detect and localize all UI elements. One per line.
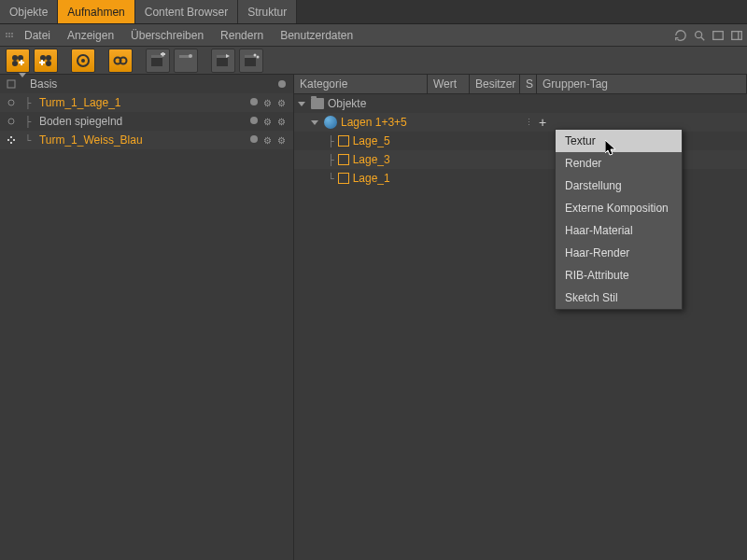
add-tag-button[interactable]: + [539, 115, 546, 130]
dot-icon [278, 80, 286, 88]
visibility-icon[interactable] [4, 135, 19, 145]
gear-icon[interactable]: ⚙ [263, 117, 272, 127]
svg-rect-23 [179, 58, 190, 66]
svg-rect-37 [13, 139, 15, 141]
menu-anzeigen[interactable]: Anzeigen [60, 26, 121, 45]
tree-item[interactable]: ├ Boden spiegelnd ⚙⚙ [0, 112, 293, 131]
ctx-haar-render[interactable]: Haar-Render [556, 242, 682, 264]
col-gruppen-tag[interactable]: Gruppen-Tag [537, 75, 747, 93]
loop-icon[interactable] [674, 29, 687, 42]
target-button[interactable] [71, 49, 95, 73]
gear-icon[interactable]: ⚙ [277, 117, 286, 127]
svg-point-30 [254, 53, 257, 56]
top-tabs: Objekte Aufnahmen Content Browser Strukt… [0, 0, 747, 24]
tree-item[interactable]: ├ Turm_1_Lage_1 ⚙⚙ [0, 93, 293, 112]
svg-rect-22 [162, 52, 164, 57]
svg-rect-36 [10, 136, 12, 138]
tab-objekte[interactable]: Objekte [0, 0, 58, 23]
branch-icon: ├ [19, 97, 37, 109]
grip-icon [4, 31, 15, 39]
category-root[interactable]: Objekte [294, 94, 747, 113]
layer-icon [338, 154, 349, 165]
svg-point-11 [46, 55, 51, 61]
category-label: Lage_5 [353, 134, 390, 147]
tab-struktur[interactable]: Struktur [238, 0, 297, 23]
panel-icon[interactable] [730, 29, 743, 42]
col-s[interactable]: S [520, 75, 537, 93]
svg-point-31 [257, 55, 260, 58]
clap-arrow-button[interactable] [211, 49, 235, 73]
svg-rect-19 [151, 58, 162, 66]
gear-icon[interactable]: ⚙ [263, 98, 272, 108]
svg-point-25 [189, 54, 192, 58]
svg-rect-26 [217, 58, 228, 66]
take-add-right-button[interactable] [34, 49, 58, 73]
tree-item[interactable]: └ Turm_1_Weiss_Blau ⚙⚙ [0, 131, 293, 149]
ctx-render[interactable]: Render [556, 152, 682, 175]
folder-icon [311, 98, 324, 109]
tab-content-browser[interactable]: Content Browser [135, 0, 238, 23]
svg-rect-3 [732, 31, 742, 39]
link-button[interactable] [108, 49, 133, 73]
dot-icon [250, 117, 258, 124]
category-label: Lagen 1+3+5 [341, 116, 407, 129]
toolbar [0, 47, 747, 75]
tab-aufnahmen[interactable]: Aufnahmen [58, 0, 134, 23]
visibility-icon[interactable] [4, 79, 19, 89]
search-icon[interactable] [693, 29, 706, 42]
ctx-darstellung[interactable]: Darstellung [556, 175, 682, 197]
menu-datei[interactable]: Datei [17, 26, 58, 45]
svg-point-33 [8, 100, 14, 105]
clap-multi-button[interactable] [239, 49, 263, 73]
col-kategorie[interactable]: Kategorie [294, 75, 428, 93]
gear-icon[interactable]: ⚙ [277, 98, 286, 108]
expand-icon[interactable] [19, 77, 28, 91]
menu-ueberschreiben[interactable]: Überschreiben [123, 26, 211, 45]
svg-rect-35 [7, 139, 9, 141]
svg-point-34 [8, 119, 14, 124]
svg-rect-38 [10, 142, 12, 144]
ctx-sketch-stil[interactable]: Sketch Stil [556, 287, 682, 309]
left-tree-panel: Basis ├ Turm_1_Lage_1 ⚙⚙ ├ Boden spiegel… [0, 75, 294, 560]
svg-line-1 [701, 36, 705, 40]
col-besitzer[interactable]: Besitzer [470, 75, 520, 93]
tree-root-label: Basis [28, 77, 218, 91]
menu-rendern[interactable]: Rendern [213, 26, 271, 45]
context-menu: Textur Render Darstellung Externe Kompos… [555, 129, 683, 310]
take-add-left-button[interactable] [6, 49, 30, 73]
svg-point-0 [696, 31, 702, 37]
gear-icon[interactable]: ⚙ [277, 135, 286, 146]
col-wert[interactable]: Wert [428, 75, 470, 93]
window-icon[interactable] [712, 29, 725, 42]
svg-rect-14 [41, 60, 43, 65]
ctx-haar-material[interactable]: Haar-Material [556, 219, 682, 242]
clap-plus-button[interactable] [146, 49, 170, 73]
expand-icon[interactable] [298, 102, 305, 106]
tree-root[interactable]: Basis [0, 75, 293, 93]
svg-point-16 [81, 59, 85, 63]
svg-rect-9 [21, 60, 22, 65]
menubar: Datei Anzeigen Überschreiben Rendern Ben… [0, 24, 747, 47]
ctx-externe-komposition[interactable]: Externe Komposition [556, 197, 682, 219]
ctx-rib-attribute[interactable]: RIB-Attribute [556, 264, 682, 287]
clap-dots-button[interactable] [174, 49, 198, 73]
svg-point-12 [46, 61, 51, 66]
visibility-icon[interactable] [4, 98, 19, 107]
ctx-textur[interactable]: Textur [556, 130, 682, 152]
expand-icon[interactable] [311, 120, 318, 125]
handle-icon[interactable]: ⋮ [525, 120, 533, 124]
visibility-icon[interactable] [4, 117, 19, 126]
category-label: Lage_1 [353, 172, 390, 185]
dot-icon [250, 98, 258, 105]
tree-item-label: Turm_1_Lage_1 [37, 96, 218, 109]
svg-rect-20 [151, 55, 162, 58]
layer-icon [338, 173, 349, 184]
tree-item-label: Turm_1_Weiss_Blau [37, 133, 218, 147]
svg-rect-2 [713, 31, 724, 39]
svg-rect-28 [245, 58, 256, 66]
branch-icon: ├ [19, 116, 37, 128]
category-label: Objekte [328, 97, 366, 110]
column-header: Kategorie Wert Besitzer S Gruppen-Tag [294, 75, 747, 94]
menu-benutzerdaten[interactable]: Benutzerdaten [273, 26, 360, 45]
gear-icon[interactable]: ⚙ [263, 135, 272, 146]
